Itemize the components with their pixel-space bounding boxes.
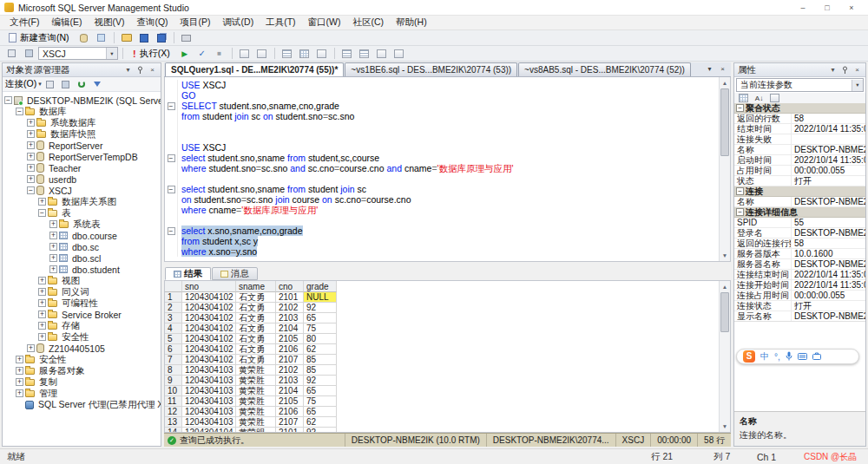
grid-cell[interactable]: 2105 [276, 396, 304, 407]
grid-cell[interactable]: 1204304102 [182, 323, 236, 334]
grid-cell[interactable]: 石文勇 [236, 313, 276, 323]
tree-item[interactable]: −表 [3, 207, 161, 219]
expand-icon[interactable]: + [38, 198, 46, 206]
expand-icon[interactable]: + [38, 277, 46, 284]
expand-icon[interactable]: + [27, 130, 35, 138]
grid-cell[interactable]: 石文勇 [236, 355, 276, 365]
property-row[interactable]: 结束时间2022/10/14 11:35:0 [734, 124, 865, 134]
tree-item[interactable]: +Service Broker [3, 309, 161, 320]
grid-cell[interactable]: 2104 [276, 323, 304, 334]
increase-indent-button[interactable] [391, 47, 407, 61]
row-number-cell[interactable]: 11 [165, 396, 182, 407]
fold-collapse-icon[interactable]: − [168, 102, 175, 110]
maximize-button[interactable]: □ [822, 3, 832, 12]
connect-button[interactable]: 连接(O) ▾ [5, 78, 42, 91]
code-line[interactable]: from student join sc on student.sno=sc.s… [165, 111, 719, 121]
collapse-icon[interactable]: − [27, 186, 35, 194]
close-icon[interactable]: × [148, 65, 157, 75]
code-line[interactable] [165, 132, 719, 142]
code-line[interactable] [165, 173, 719, 184]
row-number-cell[interactable]: 2 [165, 303, 182, 313]
stop-process-button[interactable] [59, 78, 73, 90]
grid-cell[interactable]: 2102 [276, 303, 304, 313]
expand-icon[interactable]: + [27, 344, 35, 352]
property-row[interactable]: 连接结束时间2022/10/14 11:35:0 [734, 270, 865, 280]
property-category[interactable]: −连接 [734, 186, 865, 197]
close-icon[interactable]: × [852, 65, 862, 75]
grid-cell[interactable]: 2102 [276, 365, 304, 376]
properties-header[interactable]: 属性 ▾ × [734, 63, 865, 77]
code-line[interactable]: GO [165, 90, 719, 101]
row-number-cell[interactable]: 9 [165, 376, 182, 386]
property-row[interactable]: 显示名称DESKTOP-NBME2I [734, 311, 865, 322]
grid-cell[interactable]: 1204304103 [182, 407, 236, 417]
tree-item[interactable]: +服务器对象 [3, 365, 161, 376]
grid-cell[interactable]: 1204304102 [182, 303, 236, 313]
row-number-cell[interactable]: 3 [165, 313, 182, 323]
fold-collapse-icon[interactable]: − [168, 227, 175, 235]
tree-item[interactable]: −XSCJ [3, 185, 161, 196]
code-line[interactable] [165, 215, 719, 225]
grid-cell[interactable]: 80 [304, 334, 337, 344]
scroll-up-icon[interactable]: ▲ [720, 78, 730, 88]
property-row[interactable]: 连接开始时间2022/10/14 11:35:0 [734, 280, 865, 291]
row-number-cell[interactable]: 10 [165, 386, 182, 396]
property-category[interactable]: −连接详细信息 [734, 207, 865, 218]
grid-cell[interactable]: 2105 [276, 334, 304, 344]
grid-cell[interactable]: 2107 [276, 355, 304, 365]
tree-item[interactable]: +dbo.scl [3, 252, 161, 264]
property-row[interactable]: 名称DESKTOP-NBME2I [734, 197, 865, 207]
menu-item[interactable]: 社区(C) [347, 16, 391, 29]
grid-cell[interactable]: 石文勇 [236, 334, 276, 344]
grid-cell[interactable]: 62 [304, 344, 337, 355]
categorized-button[interactable] [737, 93, 750, 103]
tree-item[interactable]: +userdb [3, 173, 161, 185]
menu-item[interactable]: 文件(F) [3, 16, 45, 29]
ime-mic-icon[interactable] [786, 351, 792, 363]
expand-icon[interactable]: + [38, 333, 46, 341]
grid-cell[interactable]: 1204304102 [182, 292, 236, 303]
grid-cell[interactable]: 黄荣胜 [236, 386, 276, 396]
menu-item[interactable]: 查询(Q) [130, 16, 174, 29]
property-row[interactable]: 服务器版本10.0.1600 [734, 249, 865, 259]
save-button[interactable] [136, 31, 152, 45]
tree-item[interactable]: +数据库关系图 [3, 196, 161, 207]
tree-item[interactable]: +可编程性 [3, 297, 161, 309]
property-row[interactable]: 连接失败 [734, 134, 865, 145]
grid-cell[interactable]: 黄荣胜 [236, 417, 276, 428]
change-database-button[interactable] [21, 47, 36, 61]
row-number-cell[interactable]: 7 [165, 355, 182, 365]
cancel-query-button[interactable]: ■ [212, 47, 227, 61]
grid-cell[interactable]: 石文勇 [236, 292, 276, 303]
tree-item[interactable]: −数据库 [3, 106, 161, 117]
grid-cell[interactable]: 85 [304, 365, 337, 376]
code-line[interactable] [165, 121, 719, 132]
grid-cell[interactable]: 2106 [276, 407, 304, 417]
new-query-button[interactable]: 新建查询(N) [3, 31, 75, 45]
estimated-plan-button[interactable] [237, 47, 253, 61]
fold-collapse-icon[interactable]: − [168, 186, 175, 193]
ime-toolbar[interactable]: S 中 °, [736, 349, 859, 364]
grid-cell[interactable]: 92 [304, 303, 337, 313]
menu-item[interactable]: 视图(V) [88, 16, 130, 29]
sogou-logo-icon[interactable]: S [743, 350, 755, 363]
uncomment-button[interactable] [357, 47, 372, 61]
menu-item[interactable]: 帮助(H) [390, 16, 433, 29]
grid-cell[interactable]: 62 [304, 417, 337, 428]
refresh-button[interactable] [75, 78, 89, 90]
property-row[interactable]: 登录名DESKTOP-NBME2I [734, 228, 865, 239]
property-row[interactable]: 启动时间2022/10/14 11:35:0 [734, 155, 865, 166]
results-to-text-button[interactable] [279, 47, 295, 61]
expand-icon[interactable]: + [49, 254, 57, 262]
collapse-icon[interactable]: − [736, 104, 744, 112]
grid-cell[interactable]: 1204304102 [182, 344, 236, 355]
row-number-cell[interactable]: 8 [165, 365, 182, 376]
expand-icon[interactable]: + [38, 322, 46, 330]
tree-item[interactable]: +同义词 [3, 286, 161, 297]
editor-tab[interactable]: ~vs1BE6.sql - DES...BME2IK\20774 (53)) [345, 62, 517, 76]
results-to-grid-button[interactable] [297, 47, 312, 61]
grid-cell[interactable]: 92 [304, 376, 337, 386]
property-row[interactable]: 返回的连接行数58 [734, 239, 865, 249]
expand-icon[interactable]: + [49, 232, 57, 239]
editor-tab[interactable]: ~vs8AB5.sql - DES...BME2IK\20774 (52)) [518, 62, 691, 76]
